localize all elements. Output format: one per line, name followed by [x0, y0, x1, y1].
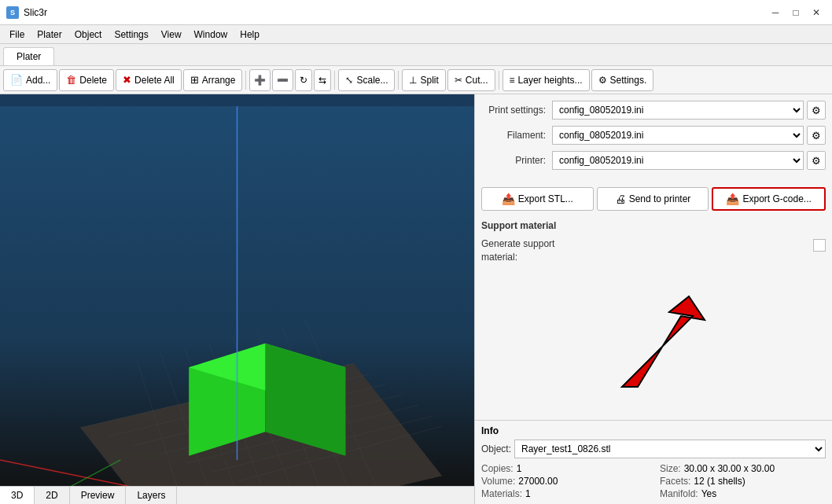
info-facets-value: 12 (1 shells): [694, 476, 745, 487]
arrow-svg: [575, 292, 732, 395]
export-gcode-label: Export G-code...: [742, 193, 811, 204]
toolbar-separator-4: [499, 71, 499, 90]
main-content: 3D 2D Preview Layers Print settings: con…: [0, 94, 832, 504]
printer-select[interactable]: config_08052019.ini: [552, 151, 804, 170]
export-stl-label: Export STL...: [518, 193, 573, 204]
print-settings-gear[interactable]: ⚙: [807, 101, 826, 120]
export-stl-button[interactable]: 📤 Export STL...: [481, 187, 594, 211]
tab-plater[interactable]: Plater: [3, 47, 54, 65]
info-size-value: 30.00 x 30.00 x 30.00: [684, 463, 775, 474]
layer-heights-button[interactable]: ≡ Layer heights...: [503, 69, 590, 91]
gear-icon-print: ⚙: [812, 105, 821, 116]
support-material-header: Support material: [475, 215, 832, 234]
arrow-annotation: [475, 267, 832, 420]
cut-button[interactable]: ✂ Cut...: [447, 69, 495, 91]
info-materials-value: 1: [525, 488, 531, 499]
send-to-printer-label: Send to printer: [629, 193, 691, 204]
info-header: Info: [481, 425, 826, 436]
close-button[interactable]: ✕: [807, 5, 826, 20]
info-manifold-value: Yes: [701, 488, 717, 499]
split-button[interactable]: ⊥ Split: [402, 69, 445, 91]
app-title: Slic3r: [24, 7, 47, 18]
filament-gear[interactable]: ⚙: [807, 126, 826, 145]
info-facets-label: Facets:: [660, 476, 690, 487]
minimize-button[interactable]: ─: [766, 5, 785, 20]
viewport-tab-2d[interactable]: 2D: [35, 487, 69, 504]
info-details: Copies: 1 Size: 30.00 x 30.00 x 30.00 Vo…: [481, 463, 826, 499]
app-icon: S: [6, 6, 19, 19]
filament-select[interactable]: config_08052019.ini: [552, 126, 804, 145]
info-section: Info Object: Rayer_test1_0826.stl Copies…: [475, 420, 832, 504]
menu-settings[interactable]: Settings: [108, 28, 154, 42]
printer-label: Printer:: [481, 155, 552, 166]
rotate2-button[interactable]: ⇆: [314, 69, 331, 91]
info-materials-row: Materials: 1: [481, 488, 647, 499]
info-manifold-label: Manifold:: [660, 488, 698, 499]
filament-row: Filament: config_08052019.ini ⚙: [481, 126, 826, 145]
info-size-label: Size:: [660, 463, 681, 474]
settings-icon: ⚙: [598, 75, 607, 86]
menu-bar: File Plater Object Settings View Window …: [0, 25, 832, 44]
info-volume-value: 27000.00: [518, 476, 558, 487]
menu-view[interactable]: View: [155, 28, 188, 42]
delete-all-button[interactable]: ✖ Delete All: [116, 69, 182, 91]
decrease-icon: ➖: [277, 75, 289, 86]
send-to-printer-icon: 🖨: [615, 193, 626, 205]
arrange-button[interactable]: ⊞ Arrange: [183, 69, 243, 91]
toolbar-separator-1: [245, 71, 246, 90]
split-icon: ⊥: [409, 75, 417, 86]
info-facets-row: Facets: 12 (1 shells): [660, 476, 826, 487]
export-stl-icon: 📤: [502, 193, 515, 205]
gear-icon-filament: ⚙: [812, 130, 821, 142]
menu-window[interactable]: Window: [188, 28, 234, 42]
viewport-tab-layers[interactable]: Layers: [126, 487, 177, 504]
add-button[interactable]: 📄 Add...: [3, 69, 57, 91]
generate-support-checkbox[interactable]: [813, 239, 826, 252]
toolbar-separator-3: [398, 71, 399, 90]
printer-gear[interactable]: ⚙: [807, 151, 826, 170]
rotate-button[interactable]: ↻: [295, 69, 312, 91]
viewport-tab-preview[interactable]: Preview: [70, 487, 127, 504]
action-row: 📤 Export STL... 🖨 Send to printer 📤 Expo…: [475, 182, 832, 215]
toolbar: 📄 Add... 🗑 Delete ✖ Delete All ⊞ Arrange…: [0, 66, 832, 94]
scale-button[interactable]: ⤡ Scale...: [338, 69, 395, 91]
delete-button[interactable]: 🗑 Delete: [59, 69, 114, 91]
maximize-button[interactable]: □: [786, 5, 805, 20]
rotate-icon: ↻: [300, 75, 307, 86]
filament-label: Filament:: [481, 130, 552, 141]
print-settings-dropdown: config_08052019.ini ⚙: [552, 101, 826, 120]
title-bar: S Slic3r ─ □ ✕: [0, 0, 832, 25]
decrease-button[interactable]: ➖: [272, 69, 293, 91]
info-object-select[interactable]: Rayer_test1_0826.stl: [514, 440, 826, 458]
info-size-row: Size: 30.00 x 30.00 x 30.00: [660, 463, 826, 474]
info-materials-label: Materials:: [481, 488, 522, 499]
menu-object[interactable]: Object: [68, 28, 109, 42]
settings-button[interactable]: ⚙ Settings.: [591, 69, 654, 91]
print-settings-select[interactable]: config_08052019.ini: [552, 101, 804, 120]
increase-button[interactable]: ➕: [249, 69, 271, 91]
info-volume-row: Volume: 27000.00: [481, 476, 647, 487]
print-settings-row: Print settings: config_08052019.ini ⚙: [481, 101, 826, 120]
add-icon: 📄: [10, 74, 23, 86]
tab-bar: Plater: [0, 44, 832, 66]
support-material-row: Generate supportmaterial:: [475, 234, 832, 267]
printer-dropdown: config_08052019.ini ⚙: [552, 151, 826, 170]
info-copies-label: Copies:: [481, 463, 514, 474]
rotate2-icon: ⇆: [318, 75, 326, 86]
increase-icon: ➕: [254, 75, 266, 86]
export-gcode-button[interactable]: 📤 Export G-code...: [712, 187, 826, 211]
menu-plater[interactable]: Plater: [31, 28, 68, 42]
info-volume-label: Volume:: [481, 476, 515, 487]
info-manifold-row: Manifold: Yes: [660, 488, 826, 499]
menu-help[interactable]: Help: [234, 28, 266, 42]
viewport-container[interactable]: 3D 2D Preview Layers: [0, 94, 474, 504]
delete-icon: 🗑: [66, 74, 76, 86]
viewport-svg: [0, 94, 474, 504]
toolbar-separator-2: [334, 71, 335, 90]
generate-support-label: Generate supportmaterial:: [481, 237, 813, 264]
send-to-printer-button[interactable]: 🖨 Send to printer: [597, 187, 709, 211]
info-copies-row: Copies: 1: [481, 463, 647, 474]
menu-file[interactable]: File: [3, 28, 31, 42]
gear-icon-printer: ⚙: [812, 155, 821, 167]
viewport-tab-3d[interactable]: 3D: [0, 487, 35, 504]
